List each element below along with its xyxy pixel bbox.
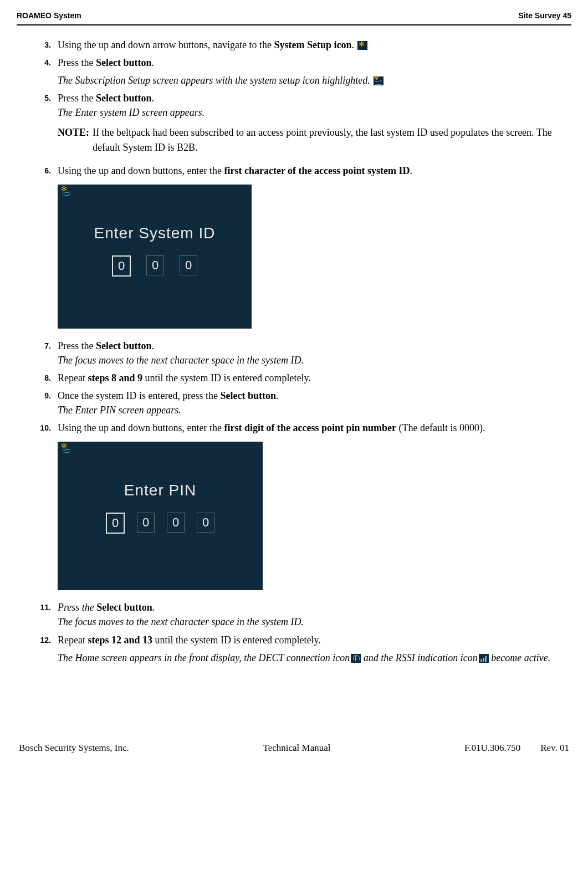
digit-row: 0 0 0 [58,255,252,326]
step-subtext: The Enter PIN screen appears. [58,405,181,416]
step-text-tail: (The default is 0000). [396,422,485,433]
digit-box: 0 [180,255,197,275]
step-text: Using the up and down buttons, enter the [58,422,224,433]
step-text-bold: Select button [96,602,152,613]
step-text-bold: Select button [96,340,152,351]
step-text: Press the [58,93,96,104]
step-number: 5. [32,91,58,160]
rssi-indication-icon [479,654,489,663]
step-number: 8. [32,371,58,385]
step-text-bold: steps 8 and 9 [88,372,142,383]
system-setup-icon [357,41,367,50]
enter-system-id-screen: Enter System ID 0 0 0 [58,185,252,329]
step-subtext-b: and the RSSI indication icon [361,652,477,663]
step-text: Using the up and down arrow buttons, nav… [58,39,274,50]
step-text: Press the [58,602,96,613]
step-6: 6. Using the up and down buttons, enter … [32,163,571,178]
step-8: 8. Repeat steps 8 and 9 until the system… [32,371,571,385]
step-text-tail: . [152,57,155,68]
screen-topbar [58,185,252,202]
step-text-bold: Select button [96,93,152,104]
step-subtext: The focus moves to the next character sp… [58,355,304,366]
step-text-tail: . [351,39,354,50]
step-9: 9. Once the system ID is entered, press … [32,388,571,417]
step-subtext: The Subscription Setup screen appears wi… [58,75,370,86]
step-subtext: The focus moves to the next character sp… [58,616,304,627]
dect-connection-icon [351,654,361,663]
step-10: 10. Using the up and down buttons, enter… [32,421,571,435]
pulse-icon [61,187,71,197]
step-text: Repeat [58,372,88,383]
digit-box: 0 [112,255,131,277]
step-number: 3. [32,38,58,52]
step-text-tail: until the system ID is entered completel… [152,634,321,646]
content: 3. Using the up and down arrow buttons, … [17,38,571,665]
step-text: Once the system ID is entered, press the [58,390,220,401]
step-text-tail: . [152,93,155,104]
footer-rev: Rev. 01 [540,743,569,754]
note-text: If the beltpack had been subscribed to a… [93,125,571,154]
step-number: 4. [32,55,58,88]
header-right: Site Survey 45 [518,11,571,20]
step-7: 7. Press the Select button. The focus mo… [32,339,571,367]
step-number: 7. [32,339,58,367]
step-text-bold: System Setup icon [274,39,351,50]
digit-box: 0 [137,513,155,533]
enter-pin-screen: Enter PIN 0 0 0 0 [58,442,263,590]
screen-title: Enter System ID [58,224,252,242]
step-text-bold: first digit of the access point pin numb… [224,422,396,433]
step-11: 11. Press the Select button. The focus m… [32,600,571,629]
page-header: ROAMEO System Site Survey 45 [17,11,571,25]
step-number: 10. [32,421,58,435]
step-12: 12. Repeat steps 12 and 13 until the sys… [32,633,571,665]
step-number: 9. [32,388,58,417]
step-number: 12. [32,633,58,665]
digit-box: 0 [197,513,214,533]
step-text: Using the up and down buttons, enter the [58,165,224,176]
footer-left: Bosch Security Systems, Inc. [19,743,129,754]
step-text-tail: . [276,390,279,401]
digit-row: 0 0 0 0 [58,513,263,584]
step-number: 11. [32,600,58,629]
page-footer: Bosch Security Systems, Inc. Technical M… [17,743,571,754]
step-text-tail: . [152,602,155,613]
step-subtext-a: The Home screen appears in the front dis… [58,652,350,663]
step-5: 5. Press the Select button. The Enter sy… [32,91,571,160]
footer-doc: F.01U.306.750 [464,743,520,754]
digit-box: 0 [167,513,185,533]
pulse-icon [374,76,384,85]
footer-center: Technical Manual [263,743,330,754]
step-3: 3. Using the up and down arrow buttons, … [32,38,571,52]
step-text-bold: Select button [96,57,152,68]
step-text-bold: steps 12 and 13 [88,634,152,646]
digit-box: 0 [106,513,125,534]
header-left: ROAMEO System [17,11,81,20]
pulse-icon [61,444,71,454]
step-text-bold: Select button [220,390,276,401]
step-subtext-c: become active. [489,652,550,663]
step-4: 4. Press the Select button. The Subscrip… [32,55,571,88]
step-text: Press the [58,57,96,68]
step-text-tail: . [410,165,413,176]
step-text: Press the [58,340,96,351]
digit-box: 0 [146,255,164,275]
step-text-bold: first character of the access point syst… [224,165,410,176]
step-text: Repeat [58,634,88,646]
note: NOTE: If the beltpack had been subscribe… [58,125,571,154]
step-number: 6. [32,163,58,178]
step-text-tail: until the system ID is entered completel… [142,372,311,383]
step-subtext: The Enter system ID screen appears. [58,107,204,118]
screen-title: Enter PIN [58,482,263,499]
step-text-tail: . [152,340,155,351]
screen-topbar [58,442,263,459]
note-label: NOTE: [58,125,93,154]
